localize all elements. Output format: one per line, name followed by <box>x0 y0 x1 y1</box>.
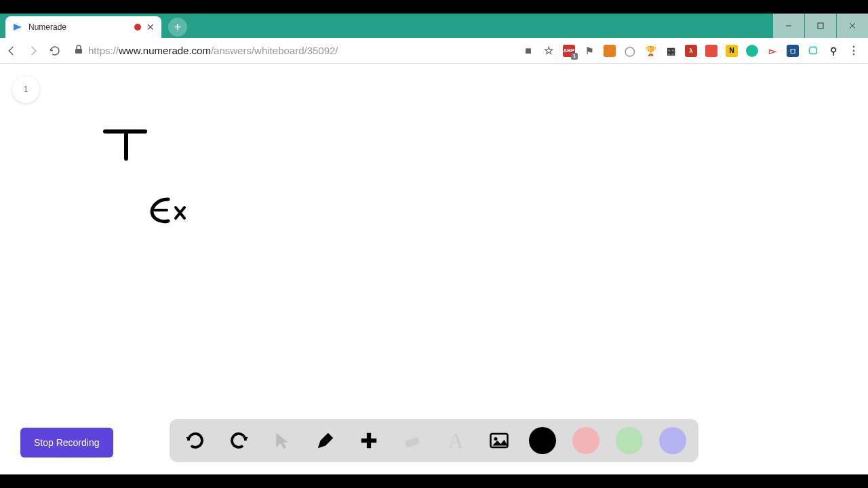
tab-strip: Numerade ✕ + <box>0 14 868 38</box>
close-window-button[interactable] <box>837 14 868 38</box>
url-text: https://www.numerade.com/answers/whitebo… <box>88 45 338 56</box>
lock-icon <box>75 45 83 56</box>
tab-title: Numerade <box>28 22 129 32</box>
bookmark-star-icon[interactable]: ☆ <box>542 45 555 57</box>
extension-icon[interactable] <box>746 45 758 57</box>
select-tool[interactable] <box>269 427 296 454</box>
pen-tool[interactable] <box>312 427 339 454</box>
profile-icon[interactable]: ⚲ <box>827 45 840 57</box>
extension-icon[interactable]: N <box>726 45 738 57</box>
adblock-icon[interactable]: ABP <box>563 45 575 57</box>
tab-favicon <box>12 22 23 33</box>
apps-grid-icon[interactable]: ▦ <box>665 45 677 57</box>
url-field[interactable]: https://www.numerade.com/answers/whitebo… <box>68 45 515 56</box>
extension-icon[interactable]: ▻ <box>766 45 778 57</box>
minimize-button[interactable] <box>773 14 804 38</box>
undo-button[interactable] <box>182 427 209 454</box>
pdf-icon[interactable]: λ <box>685 45 697 57</box>
svg-point-13 <box>494 437 498 441</box>
maximize-button[interactable] <box>805 14 836 38</box>
camera-icon[interactable]: ■ <box>522 45 534 57</box>
browser-tab[interactable]: Numerade ✕ <box>5 16 161 38</box>
svg-rect-5 <box>75 49 82 54</box>
forward-button[interactable] <box>27 45 39 57</box>
address-bar: https://www.numerade.com/answers/whitebo… <box>0 38 868 64</box>
trophy-icon[interactable]: 🏆 <box>644 45 656 57</box>
redo-button[interactable] <box>225 427 252 454</box>
back-button[interactable] <box>5 45 18 57</box>
add-tool[interactable] <box>355 427 382 454</box>
stop-recording-button[interactable]: Stop Recording <box>20 428 113 458</box>
extension-icon[interactable]: ◻ <box>787 45 799 57</box>
new-tab-button[interactable]: + <box>168 18 187 37</box>
whiteboard-toolbar: A <box>170 419 698 462</box>
color-purple[interactable] <box>659 427 686 454</box>
image-tool[interactable] <box>486 427 513 454</box>
svg-rect-11 <box>405 436 420 447</box>
monitor-icon[interactable]: 🖵 <box>807 45 819 57</box>
svg-marker-6 <box>186 437 191 441</box>
svg-marker-7 <box>243 437 248 441</box>
extension-icon[interactable]: ⚑ <box>583 45 595 57</box>
svg-marker-0 <box>14 24 22 30</box>
menu-icon[interactable]: ⋮ <box>848 45 860 57</box>
color-black[interactable] <box>529 427 556 454</box>
extension-icon[interactable] <box>705 45 717 57</box>
extension-icon[interactable] <box>604 45 616 57</box>
eraser-tool[interactable] <box>399 427 426 454</box>
extension-icons: ■ ☆ ABP ⚑ ◯ 🏆 ▦ λ N ▻ ◻ 🖵 ⚲ ⋮ <box>522 45 863 57</box>
recording-indicator-icon <box>134 24 141 30</box>
color-green[interactable] <box>616 427 643 454</box>
svg-rect-2 <box>818 23 823 28</box>
window-controls <box>773 14 868 38</box>
whiteboard-page: 1 Stop Recording <box>0 64 868 474</box>
text-tool[interactable]: A <box>442 427 469 454</box>
color-pink[interactable] <box>572 427 599 454</box>
svg-marker-8 <box>276 433 288 449</box>
whiteboard-canvas[interactable] <box>0 64 868 474</box>
reload-button[interactable] <box>49 45 61 57</box>
extension-icon[interactable]: ◯ <box>624 45 636 57</box>
close-tab-icon[interactable]: ✕ <box>146 22 155 33</box>
